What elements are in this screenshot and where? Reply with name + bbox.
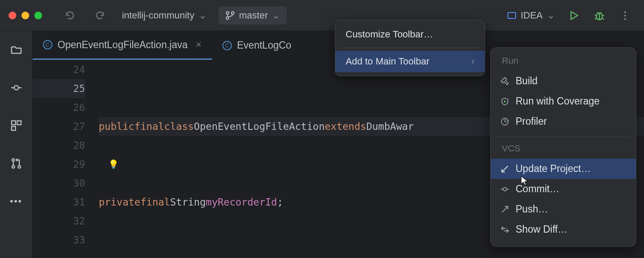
- diff-icon: [500, 225, 510, 234]
- svg-point-11: [18, 166, 21, 168]
- submenu-item-label: Push…: [516, 203, 548, 215]
- shield-run-icon: [500, 97, 510, 106]
- git-branch-selector[interactable]: master ⌄: [219, 6, 287, 25]
- submenu-item-label: Update Project…: [516, 163, 591, 175]
- submenu-item-commit[interactable]: Commit…: [491, 179, 636, 199]
- ellipsis-icon: •••: [10, 196, 22, 207]
- submenu-item-show-diff[interactable]: Show Diff…: [491, 219, 636, 240]
- chevron-right-icon: ›: [471, 56, 474, 67]
- line-number: 30: [33, 174, 85, 193]
- undo-nav-button[interactable]: [60, 9, 82, 22]
- submenu-item-update-project[interactable]: Update Project…: [491, 159, 636, 179]
- submenu-section-header: VCS: [491, 142, 636, 159]
- close-window-button[interactable]: [9, 12, 16, 19]
- java-class-icon: C: [43, 40, 52, 49]
- play-icon: [568, 10, 580, 21]
- menu-item-add-to-main-toolbar[interactable]: Add to Main Toolbar ›: [335, 51, 485, 72]
- gutter: 24 25 26 27 28 29 30 31 32 33: [33, 60, 97, 258]
- svg-rect-6: [12, 121, 15, 125]
- profiler-icon: [500, 117, 510, 126]
- editor-tab[interactable]: C EventLogCo: [212, 31, 302, 60]
- svg-point-10: [12, 166, 15, 168]
- submenu-item-build[interactable]: Build: [491, 71, 636, 91]
- run-button[interactable]: [564, 7, 584, 24]
- commit-tool-button[interactable]: [8, 79, 25, 96]
- hammer-icon: [500, 77, 510, 86]
- svg-rect-3: [508, 12, 516, 18]
- svg-rect-8: [12, 126, 15, 130]
- menu-separator: [340, 48, 480, 48]
- more-tools-button[interactable]: •••: [8, 193, 25, 210]
- kebab-icon: ⋮: [620, 9, 630, 21]
- branch-icon: [225, 11, 235, 20]
- project-name: intellij-community: [122, 10, 194, 21]
- pull-request-icon: [10, 157, 22, 169]
- debug-button[interactable]: [589, 7, 610, 24]
- submenu-section-header: Run: [491, 55, 636, 71]
- svg-point-13: [503, 187, 507, 191]
- push-icon: [500, 205, 510, 214]
- line-number: 33: [33, 230, 85, 249]
- intention-bulb-icon[interactable]: 💡: [108, 155, 119, 174]
- bug-icon: [593, 10, 605, 21]
- line-number-current: 25: [33, 79, 85, 98]
- menu-item-customize-toolbar[interactable]: Customize Toolbar…: [335, 24, 485, 45]
- submenu-separator: [497, 137, 630, 137]
- commit-icon: [500, 185, 510, 194]
- minimize-window-button[interactable]: [21, 12, 29, 19]
- submenu-item-run-with-coverage[interactable]: Run with Coverage: [491, 91, 636, 111]
- chevron-down-icon: ⌄: [547, 10, 555, 21]
- structure-icon: [10, 120, 22, 132]
- submenu-item-profiler[interactable]: Profiler: [491, 111, 636, 132]
- line-number: 27: [33, 117, 85, 136]
- line-number: 32: [33, 212, 85, 230]
- chevron-down-icon: ⌄: [199, 10, 207, 21]
- java-class-icon: C: [222, 41, 232, 50]
- menu-item-label: Add to Main Toolbar: [346, 56, 429, 67]
- svg-point-5: [14, 86, 18, 90]
- svg-point-0: [226, 12, 229, 14]
- titlebar: intellij-community ⌄ master ⌄ IDEA ⌄ ⋮: [0, 0, 644, 31]
- close-tab-button[interactable]: ✕: [195, 40, 202, 49]
- structure-tool-button[interactable]: [8, 117, 25, 134]
- project-selector[interactable]: intellij-community ⌄: [115, 6, 213, 25]
- maximize-window-button[interactable]: [34, 12, 42, 19]
- folder-icon: [10, 44, 22, 56]
- branch-name: master: [239, 10, 268, 21]
- run-config-icon: [507, 11, 516, 20]
- submenu-item-label: Build: [516, 75, 538, 87]
- submenu-item-label: Run with Coverage: [516, 95, 600, 107]
- submenu-add-to-toolbar: Run Build Run with Coverage Profiler VCS…: [490, 47, 636, 247]
- line-number: 24: [33, 60, 85, 79]
- more-actions-button[interactable]: ⋮: [615, 7, 635, 24]
- context-menu: Customize Toolbar… Add to Main Toolbar ›: [335, 20, 485, 76]
- pull-requests-tool-button[interactable]: [8, 155, 25, 172]
- editor-tab-active[interactable]: C OpenEventLogFileAction.java ✕: [33, 31, 212, 60]
- svg-point-9: [12, 159, 15, 161]
- line-number: 29: [33, 155, 85, 174]
- window-controls: [9, 12, 42, 19]
- run-config-name: IDEA: [521, 10, 543, 21]
- project-tool-button[interactable]: [8, 41, 25, 58]
- tab-label: OpenEventLogFileAction.java: [58, 39, 188, 51]
- left-tool-stripe: •••: [0, 31, 33, 258]
- menu-item-label: Customize Toolbar…: [346, 29, 433, 40]
- update-icon: [500, 165, 510, 173]
- tab-label: EventLogCo: [237, 40, 292, 51]
- svg-rect-7: [17, 121, 21, 125]
- submenu-item-label: Show Diff…: [516, 224, 568, 235]
- line-number: 26: [33, 98, 85, 117]
- submenu-item-label: Commit…: [516, 183, 559, 195]
- line-number: 31: [33, 193, 85, 212]
- svg-point-2: [226, 17, 229, 19]
- run-configuration-selector[interactable]: IDEA ⌄: [503, 7, 559, 24]
- svg-point-1: [231, 12, 234, 14]
- line-number: 28: [33, 136, 85, 155]
- redo-nav-button[interactable]: [88, 9, 110, 22]
- submenu-item-label: Profiler: [516, 116, 547, 127]
- chevron-down-icon: ⌄: [272, 10, 280, 21]
- commit-icon: [10, 82, 22, 94]
- submenu-item-push[interactable]: Push…: [491, 199, 636, 219]
